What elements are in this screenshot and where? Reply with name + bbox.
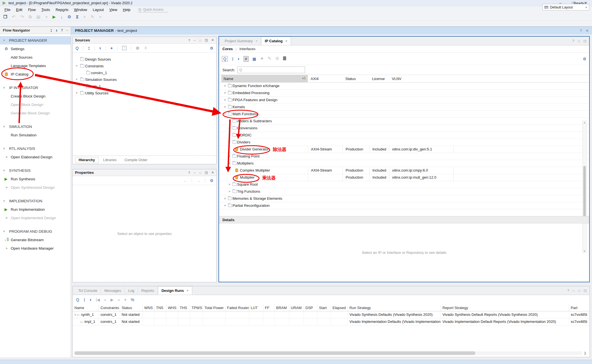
maximize-panel-icon[interactable]: □ [578, 39, 580, 43]
column-header-elapsed[interactable]: Elapsed [331, 305, 348, 311]
tab-tcl-console[interactable]: Tcl Console [75, 286, 101, 295]
chevron-expanded-icon[interactable]: > [75, 79, 78, 80]
catalog-row-multipliers[interactable]: >Multipliers [219, 160, 589, 167]
catalog-row-kernels[interactable]: >Kernels [219, 104, 589, 111]
scroll-right-icon[interactable]: ❯ [584, 351, 586, 355]
collapse-all-icon[interactable]: ▼▲ [232, 57, 234, 60]
chevron-collapsed-icon[interactable]: > [224, 204, 226, 207]
tree-item-constrs-1[interactable]: constrs_1 [73, 70, 216, 76]
tab-libraries[interactable]: Libraries [100, 157, 120, 163]
sidebar-item-settings[interactable]: ⚙Settings [0, 45, 71, 53]
chevron-collapsed-icon[interactable]: > [224, 105, 226, 108]
catalog-row-math-functions[interactable]: >Math Functions [219, 111, 589, 118]
column-header-run-strategy[interactable]: Run Strategy [348, 305, 441, 311]
fn-section-header-project-manager[interactable]: >PROJECT MANAGER [0, 36, 71, 45]
help-icon[interactable]: ? [188, 39, 190, 42]
chevron-collapsed-icon[interactable]: > [224, 84, 226, 87]
column-header-constraints[interactable]: Constraints [99, 305, 120, 311]
search-icon[interactable]: Q [76, 46, 79, 50]
column-header-part[interactable]: Part [569, 305, 589, 311]
gear-icon[interactable]: ⚙ [210, 178, 213, 183]
minimize-panel-icon[interactable]: – [194, 39, 196, 42]
tab-hierarchy[interactable]: Hierarchy [75, 157, 99, 163]
menu-tools[interactable]: Tools [39, 7, 53, 13]
tab-compile-order[interactable]: Compile Order [121, 157, 151, 163]
fn-section-header-program-and-debug[interactable]: >PROGRAM AND DEBUG [0, 227, 71, 236]
float-panel-icon[interactable]: ◳ [205, 171, 207, 174]
minimize-panel-icon[interactable]: – [573, 289, 575, 292]
sidebar-item-create-block-design[interactable]: Create Block Design [0, 92, 71, 100]
run-row-impl-1[interactable]: ▷impl_1constrs_1Not startedVivado Implem… [73, 318, 589, 325]
chevron-collapsed-icon[interactable]: > [229, 119, 230, 123]
report-sigma-icon[interactable]: Σ [76, 14, 79, 19]
percent-icon[interactable]: % [131, 298, 134, 302]
tab-cores[interactable]: Cores [222, 47, 233, 51]
sidebar-item-open-elaborated-design[interactable]: >Open Elaborated Design [0, 153, 71, 161]
search-icon[interactable]: Q [222, 56, 228, 62]
menu-edit[interactable]: Edit [13, 7, 25, 13]
column-header-ths[interactable]: THS [178, 305, 190, 311]
chevron-expanded-icon[interactable]: > [223, 113, 226, 115]
column-header-tpws[interactable]: TPWS [190, 305, 203, 311]
close-tab-icon[interactable]: × [187, 289, 188, 292]
ip-search-input[interactable] [244, 67, 305, 73]
catalog-row-conversions[interactable]: >Conversions [219, 125, 589, 132]
close-panel-icon[interactable]: ✕ [211, 38, 214, 42]
minimize-panel-icon[interactable]: – [66, 29, 68, 32]
menu-layout[interactable]: Layout [90, 7, 107, 13]
sidebar-item-open-hardware-manager[interactable]: >Open Hardware Manager [0, 244, 71, 252]
menu-help[interactable]: Help [120, 7, 133, 13]
add-sources-icon[interactable]: + [111, 46, 113, 50]
redo-icon[interactable]: ↷ [20, 14, 24, 19]
catalog-row-fpga-features-and-design[interactable]: >FPGA Features and Design [219, 97, 589, 104]
sources-panel-header[interactable]: Sources ? – □ ◳ ✕ [73, 37, 216, 44]
help-icon[interactable]: ? [567, 289, 569, 292]
column-header-failed-routes[interactable]: Failed Routes [225, 305, 249, 311]
close-icon[interactable]: × [99, 14, 101, 19]
catalog-row-dynamic-function-exchange[interactable]: >Dynamic Function eXchange [219, 83, 589, 90]
fn-section-header-rtl-analysis[interactable]: >RTL ANALYSIS [0, 144, 71, 153]
help-icon[interactable]: ? [580, 29, 582, 33]
delete-icon[interactable]: × [45, 14, 48, 19]
catalog-row-dividers[interactable]: >Dividers [219, 139, 589, 146]
menu-view[interactable]: View [107, 7, 120, 13]
column-header-start[interactable]: Start [317, 305, 331, 311]
column-header-total-power[interactable]: Total Power [203, 305, 225, 311]
tree-item-utility-sources[interactable]: >Utility Sources [73, 90, 216, 97]
chevron-collapsed-icon[interactable]: > [229, 183, 230, 186]
chevron-collapsed-icon[interactable]: > [229, 126, 230, 130]
search-icon[interactable]: Q [76, 298, 79, 302]
scrollbar-thumb[interactable] [74, 351, 475, 355]
catalog-row-adders-subtracters[interactable]: >Adders & Subtracters [219, 118, 589, 125]
menu-flow[interactable]: Flow [25, 7, 38, 13]
column-header-ff[interactable]: FF [263, 305, 274, 311]
tree-item-constraints[interactable]: >Constraints [73, 63, 216, 70]
tab-design-runs[interactable]: Design Runs× [158, 286, 192, 295]
close-icon[interactable]: ✕ [586, 29, 589, 33]
sidebar-item-language-templates[interactable]: Language Templates [0, 61, 71, 70]
tree-item-sim-1[interactable]: sim_1 [73, 83, 216, 90]
gear-icon[interactable]: ⚙ [583, 57, 586, 61]
help-icon[interactable]: ? [573, 39, 574, 43]
edit-pencil-icon[interactable]: ✎ [91, 14, 94, 19]
paste-icon[interactable]: ▤ [36, 14, 40, 19]
column-header-axi4[interactable]: AXI4 [308, 75, 319, 82]
layout-selector[interactable]: Default Layout ∨ [542, 4, 589, 10]
catalog-row-divider-generator[interactable]: Divider GeneratorAXI4-StreamProductionIn… [219, 146, 589, 153]
open-project-icon[interactable]: ❐ [3, 14, 7, 19]
tab-project-summary[interactable]: Project Summary× [221, 37, 261, 45]
catalog-row-embedded-processing[interactable]: >Embedded Processing [219, 90, 589, 97]
sidebar-item-open-block-design[interactable]: Open Block Design [0, 100, 71, 109]
fn-section-header-simulation[interactable]: >SIMULATION [0, 122, 71, 131]
collapse-all-icon[interactable]: ▼▲ [88, 47, 90, 50]
maximize-panel-icon[interactable]: □ [578, 289, 580, 292]
expand-all-icon[interactable]: ▲▼ [56, 29, 58, 32]
scrollbar-thumb[interactable] [583, 166, 586, 222]
tab-ip-catalog[interactable]: IP Catalog× [261, 37, 291, 45]
column-header-dsp[interactable]: DSP [304, 305, 317, 311]
float-panel-icon[interactable]: ◳ [584, 289, 587, 292]
quick-access-search[interactable]: Q· Quick Access [138, 7, 168, 12]
column-header-status[interactable]: Status [120, 305, 142, 311]
menu-window[interactable]: Window [71, 7, 90, 13]
column-header-status[interactable]: Status [343, 75, 356, 82]
